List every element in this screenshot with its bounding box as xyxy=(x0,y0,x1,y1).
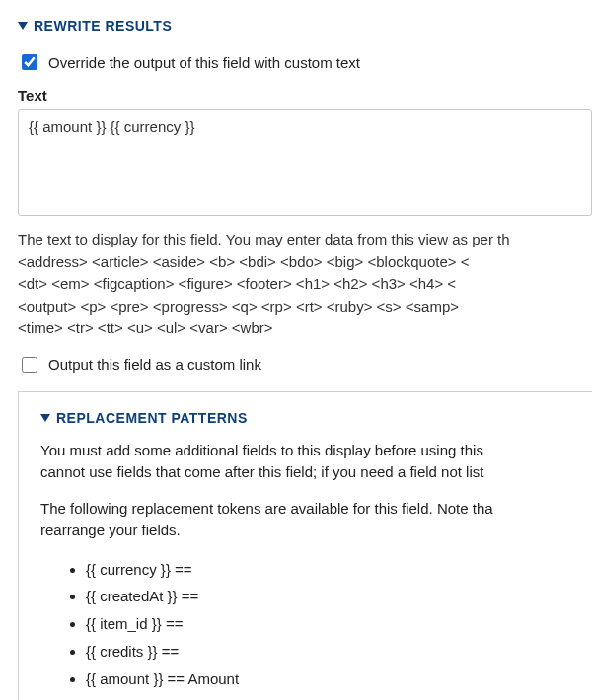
custom-link-label[interactable]: Output this field as a custom link xyxy=(48,356,261,373)
help-line: <dt> <em> <figcaption> <figure> <footer>… xyxy=(18,273,592,296)
text: You must add some additional fields to t… xyxy=(40,442,483,458)
list-item: {{ amount }} == Amount xyxy=(86,665,592,693)
text-field-label: Text xyxy=(18,87,592,104)
text-field[interactable] xyxy=(18,109,592,216)
help-line: <output> <p> <pre> <progress> <q> <rp> <… xyxy=(18,296,592,318)
help-line: <time> <tr> <tt> <u> <ul> <var> <wbr> xyxy=(18,317,592,340)
list-item: {{ createdAt }} == xyxy=(86,583,592,610)
custom-link-checkbox[interactable] xyxy=(22,357,37,373)
list-item: {{ currency }} == xyxy=(86,556,592,584)
text: cannot use fields that come after this f… xyxy=(40,463,483,480)
override-checkbox[interactable] xyxy=(22,54,37,70)
rewrite-results-title: REWRITE RESULTS xyxy=(34,18,172,34)
replacement-paragraph: The following replacement tokens are ava… xyxy=(40,498,592,542)
replacement-paragraph: You must add some additional fields to t… xyxy=(40,440,592,484)
chevron-down-icon xyxy=(40,414,50,422)
replacement-patterns-header[interactable]: REPLACEMENT PATTERNS xyxy=(40,410,592,426)
text: The following replacement tokens are ava… xyxy=(40,500,493,517)
help-text: The text to display for this field. You … xyxy=(18,229,592,340)
help-line: <address> <article> <aside> <b> <bdi> <b… xyxy=(18,251,592,274)
token-list: {{ currency }} == {{ createdAt }} == {{ … xyxy=(40,556,592,693)
list-item: {{ credits }} == xyxy=(86,638,592,665)
help-line: The text to display for this field. You … xyxy=(18,229,592,251)
rewrite-results-header[interactable]: REWRITE RESULTS xyxy=(18,18,592,34)
text: rearrange your fields. xyxy=(40,522,181,538)
list-item: {{ item_id }} == xyxy=(86,610,592,638)
replacement-patterns-title: REPLACEMENT PATTERNS xyxy=(56,410,248,426)
override-label[interactable]: Override the output of this field with c… xyxy=(48,54,360,71)
chevron-down-icon xyxy=(18,22,28,30)
